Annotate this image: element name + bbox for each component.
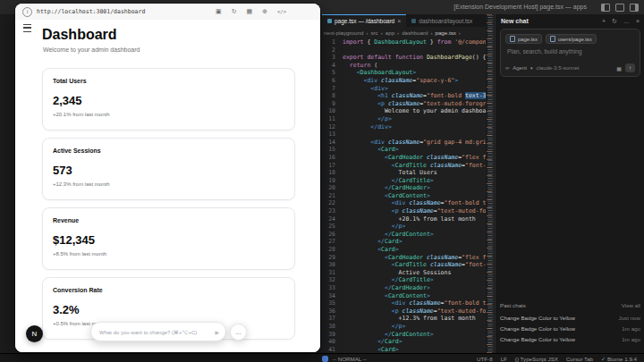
card-value: 2,345 bbox=[53, 94, 82, 107]
editor-tabbar: page.tsx — /dashboard × dashboard/layout… bbox=[322, 14, 495, 27]
past-chat-label: Change Badge Color to Yellow bbox=[500, 336, 575, 342]
devtools-icon[interactable]: </> bbox=[277, 9, 286, 14]
code-line: 2 bbox=[324, 46, 486, 55]
chevron-right-icon: › bbox=[430, 29, 432, 36]
code-area[interactable]: 1import { DashboardLayout } from '@/comp… bbox=[324, 38, 486, 353]
language-indicator[interactable]: {} TypeScript JSX bbox=[515, 356, 558, 362]
remote-indicator-icon[interactable] bbox=[322, 356, 328, 362]
code-line: 30 <CardTitle className="font-medium tex… bbox=[324, 261, 486, 269]
past-chat-item[interactable]: Change Badge Color to Yellow 1m ago bbox=[500, 323, 640, 333]
context-chips: page.tsx users/page.tsx bbox=[505, 34, 597, 44]
screen: [Extension Development Host] page.tsx — … bbox=[0, 0, 644, 362]
chat-controls: ∞ Agent ▾ claude-3.5-sonnet ▦ ↑ bbox=[505, 63, 635, 72]
code-line: 33 </CardHeader> bbox=[324, 284, 486, 292]
code-line: 26 </CardContent> bbox=[324, 231, 486, 239]
more-icon[interactable]: … bbox=[623, 18, 630, 25]
code-line: 14 <div className="grid gap-4 md:grid-co… bbox=[324, 139, 486, 147]
layout-icon[interactable]: ▦ bbox=[247, 8, 253, 15]
code-line: 24 +20.1% from last month bbox=[324, 215, 486, 223]
ai-chat-panel: New chat + ↻ … × page.tsx users/page.tsx… bbox=[495, 14, 644, 353]
cursor-tab-indicator[interactable]: Cursor Tab bbox=[566, 356, 593, 362]
send-icon[interactable]: ▶ bbox=[215, 329, 219, 335]
browser-toolbar-icons: ▣ ↻ ▦ ⊕ </> bbox=[216, 8, 286, 15]
code-line: 29 <CardHeader className="flex flex-row … bbox=[324, 254, 486, 262]
send-icon[interactable]: ↑ bbox=[625, 63, 635, 72]
minimap[interactable] bbox=[486, 14, 495, 353]
code-line: 8 <h1 className="font-bold text-3xl">Das… bbox=[324, 92, 486, 100]
context-chip-users-page[interactable]: users/page.tsx bbox=[546, 34, 597, 44]
encoding-indicator[interactable]: UTF-8 bbox=[477, 356, 493, 362]
refresh-icon[interactable]: ↻ bbox=[232, 8, 237, 15]
new-chat-icon[interactable]: + bbox=[602, 18, 606, 25]
breadcrumb: next-playground› src› app› dashboard› pa… bbox=[324, 28, 495, 38]
browser-window: i http://localhost:3001/dashboard ▣ ↻ ▦ … bbox=[15, 4, 320, 352]
past-chat-time: 1m ago bbox=[622, 325, 640, 332]
chevron-right-icon: › bbox=[366, 29, 368, 36]
breadcrumb-item[interactable]: dashboard bbox=[402, 29, 428, 36]
breadcrumb-item[interactable]: page.tsx bbox=[435, 29, 455, 36]
tab-label: page.tsx — /dashboard bbox=[335, 18, 394, 24]
code-line: 36 <p className="text-muted-foreground t… bbox=[324, 307, 486, 316]
breadcrumb-item[interactable]: app bbox=[386, 29, 394, 36]
close-panel-icon[interactable]: × bbox=[636, 18, 640, 25]
status-bar: -- NORMAL -- UTF-8 LF {} TypeScript JSX … bbox=[0, 353, 644, 362]
view-all-link[interactable]: View all bbox=[622, 302, 640, 308]
sidebar-toggle-icon[interactable] bbox=[23, 24, 31, 32]
model-select[interactable]: claude-3.5-sonnet bbox=[536, 65, 579, 71]
code-line: 1import { DashboardLayout } from '@/comp… bbox=[324, 38, 486, 46]
toggle-secondary-sidebar-icon[interactable] bbox=[630, 4, 639, 12]
past-chat-item[interactable]: Change Badge Color to Yellow 1m ago bbox=[500, 333, 640, 344]
url-bar[interactable]: http://localhost:3001/dashboard bbox=[37, 8, 145, 15]
edit-prompt-input[interactable]: What do you want to change? (⌘+⌥+C) ▶ bbox=[90, 322, 226, 341]
card-value: 573 bbox=[53, 164, 72, 177]
agent-icon: ∞ bbox=[505, 65, 509, 71]
tab-dashboard-layout[interactable]: dashboard/layout.tsx bbox=[406, 14, 478, 27]
eol-indicator[interactable]: LF bbox=[501, 356, 507, 362]
code-line: 20 </CardHeader> bbox=[324, 184, 486, 192]
code-line: 3export default function DashboardPage()… bbox=[324, 54, 486, 62]
code-line: 25 </p> bbox=[324, 223, 486, 231]
code-line: 40 </Card> bbox=[324, 338, 486, 346]
page-subtitle: Welcome to your admin dashboard bbox=[43, 46, 140, 53]
biome-indicator[interactable]: ✓ Biome 1.9.4 bbox=[601, 356, 637, 362]
code-line: 11 </p> bbox=[324, 115, 486, 123]
code-line: 38 </p> bbox=[324, 323, 486, 331]
info-icon[interactable]: i bbox=[22, 7, 32, 17]
attach-image-icon[interactable]: ▦ bbox=[616, 65, 622, 72]
history-icon[interactable]: ↻ bbox=[612, 18, 617, 25]
breadcrumb-item[interactable]: src bbox=[370, 29, 377, 36]
toggle-panel-icon[interactable] bbox=[615, 4, 624, 12]
chevron-right-icon: › bbox=[397, 29, 399, 36]
breadcrumb-item[interactable]: next-playground bbox=[324, 29, 363, 36]
code-line: 16 <CardHeader className="flex flex-row … bbox=[324, 154, 486, 162]
close-tab-icon[interactable]: × bbox=[397, 18, 401, 24]
code-line: 35 <div className="font-bold text-2xl">5… bbox=[324, 299, 486, 307]
code-line: 18 Total Users bbox=[324, 169, 486, 177]
past-chat-time: 1m ago bbox=[622, 336, 640, 342]
tsx-file-icon bbox=[411, 19, 416, 23]
window-title: [Extension Development Host] page.tsx — … bbox=[453, 4, 587, 10]
dashboard-page: Dashboard Welcome to your admin dashboar… bbox=[15, 20, 320, 352]
past-chats-list: Past chats View all Change Badge Color t… bbox=[500, 302, 640, 344]
tab-page-tsx[interactable]: page.tsx — /dashboard × bbox=[322, 14, 406, 27]
past-chat-item[interactable]: Change Badge Color to Yellow Just now bbox=[500, 312, 640, 323]
code-line: 9 <p className="text-muted-foreground"> bbox=[324, 100, 486, 108]
statusbar-left: -- NORMAL -- bbox=[322, 356, 367, 362]
code-line: 39 </CardContent> bbox=[324, 331, 486, 339]
avatar[interactable]: N bbox=[26, 325, 43, 342]
chevron-right-icon: › bbox=[459, 29, 461, 36]
code-line: 17 <CardTitle className="font-medium tex… bbox=[324, 162, 486, 170]
chat-input-placeholder[interactable]: Plan, search, build anything bbox=[507, 48, 582, 55]
past-chat-label: Change Badge Color to Yellow bbox=[500, 325, 575, 332]
chat-input-box[interactable]: page.tsx users/page.tsx Plan, search, bu… bbox=[500, 29, 640, 77]
edit-prompt-placeholder: What do you want to change? (⌘+⌥+C) bbox=[99, 329, 197, 335]
more-options-button[interactable]: … bbox=[230, 324, 247, 341]
toggle-sidebar-icon[interactable] bbox=[601, 4, 610, 12]
open-browser-icon[interactable]: ⊕ bbox=[262, 8, 267, 15]
tsx-file-icon bbox=[327, 19, 332, 23]
code-line: 34 <CardContent> bbox=[324, 292, 486, 300]
vim-mode: -- NORMAL -- bbox=[333, 356, 367, 362]
copy-url-icon[interactable]: ▣ bbox=[216, 8, 222, 15]
agent-mode-select[interactable]: Agent bbox=[513, 65, 527, 71]
context-chip-page[interactable]: page.tsx bbox=[505, 34, 542, 44]
